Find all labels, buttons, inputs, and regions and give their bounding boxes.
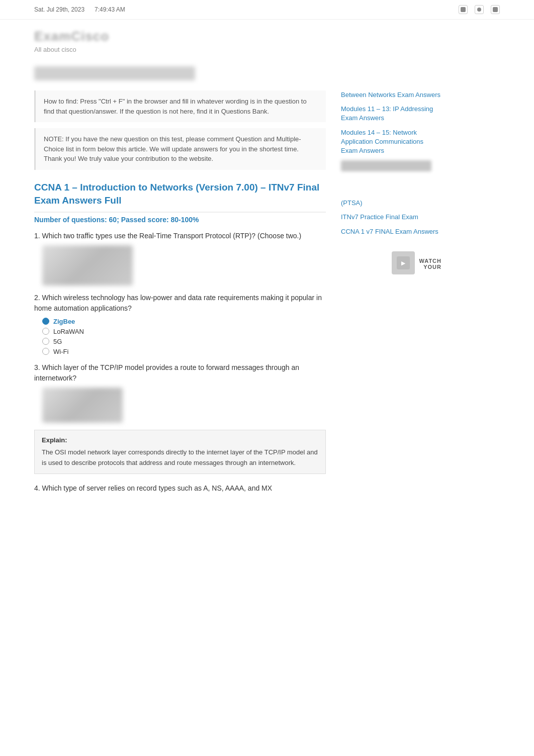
social-icon-3[interactable] <box>491 5 500 14</box>
svg-point-1 <box>477 8 481 12</box>
time-label: 7:49:43 AM <box>95 6 125 13</box>
sidebar-link-3[interactable]: Modules 14 – 15: Network Application Com… <box>341 128 441 156</box>
sidebar: Between Networks Exam Answers Modules 11… <box>341 90 441 494</box>
top-bar-right <box>459 5 500 14</box>
question-1: 1. Which two traffic types use the Real-… <box>34 231 326 241</box>
q1-image <box>42 245 133 286</box>
q1-text: Which two traffic types use the Real-Tim… <box>42 232 302 240</box>
question-2: 2. Which wireless technology has low-pow… <box>34 293 326 314</box>
q2-option-3[interactable]: 5G <box>42 338 326 345</box>
q2-option-2-label: LoRaWAN <box>53 328 84 335</box>
q3-explain-text: The OSI model network layer corresponds … <box>42 448 318 466</box>
sidebar-link-2[interactable]: Modules 11 – 13: IP Addressing Exam Answ… <box>341 105 441 123</box>
watch-area: ▶ WATCHYOUR <box>341 251 441 276</box>
q2-option-3-label: 5G <box>53 338 62 345</box>
q2-text: Which wireless technology has low-power … <box>34 294 322 312</box>
q2-radio-1[interactable] <box>42 318 49 325</box>
svg-rect-2 <box>493 7 498 12</box>
q1-number: 1. <box>34 232 40 240</box>
q4-text: 4. Which type of server relies on record… <box>34 484 272 492</box>
info-box-find: How to find: Press "Ctrl + F" in the bro… <box>34 90 326 122</box>
info-box-note: NOTE: If you have the new question on th… <box>34 128 326 170</box>
sidebar-link-practice[interactable]: ITNv7 Practice Final Exam <box>341 213 441 222</box>
q3-text: Which layer of the TCP/IP model provides… <box>34 363 299 382</box>
q2-radio-2[interactable] <box>42 328 49 335</box>
question-3: 3. Which layer of the TCP/IP model provi… <box>34 362 326 384</box>
q2-number: 2. <box>34 294 40 302</box>
site-title: ExamCisco <box>34 29 500 44</box>
watch-icon-box: ▶ <box>392 251 415 274</box>
q2-option-2[interactable]: LoRaWAN <box>42 328 326 335</box>
q2-option-1[interactable]: ZigBee <box>42 318 326 325</box>
top-bar-left: Sat. Jul 29th, 2023 7:49:43 AM <box>34 6 125 13</box>
q3-explain-label: Explain: <box>42 435 318 446</box>
q2-radio-3[interactable] <box>42 338 49 345</box>
main-content: How to find: Press "Ctrl + F" in the bro… <box>34 90 326 494</box>
sidebar-watch-label: WATCHYOUR <box>419 258 441 270</box>
page-title-area <box>0 58 534 85</box>
date-label: Sat. Jul 29th, 2023 <box>34 6 84 13</box>
svg-rect-0 <box>461 7 466 12</box>
sidebar-blurred-1 <box>341 160 431 171</box>
exam-subheading: Number of questions: 60; Passed score: 8… <box>34 216 326 224</box>
q3-number: 3. <box>34 363 40 371</box>
social-icon-1[interactable] <box>459 5 468 14</box>
sidebar-link-final[interactable]: CCNA 1 v7 FINAL Exam Answers <box>341 227 441 236</box>
info-box-note-text: NOTE: If you have the new question on th… <box>44 135 301 162</box>
page-title-blurred <box>34 66 195 80</box>
content-wrapper: How to find: Press "Ctrl + F" in the bro… <box>0 85 534 499</box>
q3-explain-box: Explain: The OSI model network layer cor… <box>34 430 326 474</box>
top-bar: Sat. Jul 29th, 2023 7:49:43 AM <box>0 0 534 20</box>
watch-label-text: WATCHYOUR <box>419 258 441 270</box>
sidebar-link-1[interactable]: Between Networks Exam Answers <box>341 90 441 100</box>
question-4: 4. Which type of server relies on record… <box>34 483 326 494</box>
q2-option-4-label: Wi-Fi <box>53 348 68 355</box>
q2-option-1-label: ZigBee <box>53 318 75 325</box>
info-box-find-text: How to find: Press "Ctrl + F" in the bro… <box>44 98 307 115</box>
site-subtitle: All about cisco <box>34 46 500 53</box>
social-icon-2[interactable] <box>475 5 484 14</box>
sidebar-link-ptsa[interactable]: (PTSA) <box>341 199 441 208</box>
site-header: ExamCisco All about cisco <box>0 20 534 58</box>
exam-heading: CCNA 1 – Introduction to Networks (Versi… <box>34 181 326 213</box>
q2-radio-4[interactable] <box>42 348 49 355</box>
q3-image <box>42 388 123 423</box>
q2-options: ZigBee LoRaWAN 5G Wi-Fi <box>42 318 326 355</box>
svg-text:▶: ▶ <box>401 260 406 266</box>
q2-option-4[interactable]: Wi-Fi <box>42 348 326 355</box>
